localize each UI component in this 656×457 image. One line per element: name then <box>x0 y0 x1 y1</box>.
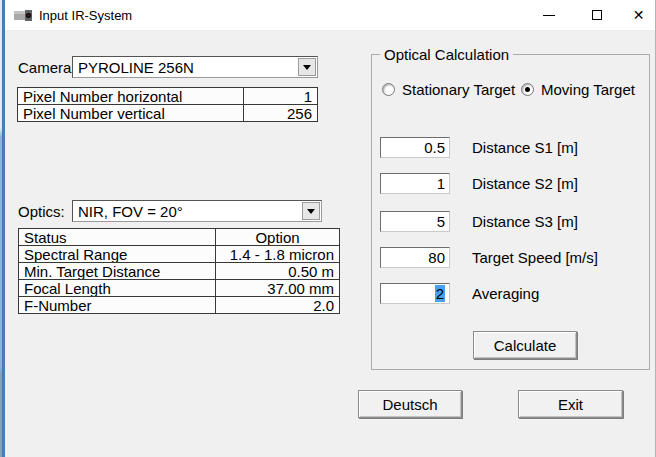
optics-label: Optics: <box>18 203 65 220</box>
table-cell-value: 256 <box>244 105 318 122</box>
averaging-input[interactable]: 2 <box>380 283 450 304</box>
camera-table: Pixel Number horizontal 1 Pixel Number v… <box>17 87 318 122</box>
table-cell-value: 37.00 mm <box>216 280 340 297</box>
table-row: Pixel Number horizontal 1 <box>18 88 318 105</box>
field-row-distance-s2: 1 Distance S2 [m] <box>380 173 650 194</box>
table-cell-value: 1 <box>244 88 318 105</box>
camera-dropdown-button[interactable] <box>298 58 316 76</box>
close-icon: ✕ <box>633 8 645 22</box>
table-header-row: Status Option <box>19 229 340 246</box>
table-row: Focal Length 37.00 mm <box>19 280 340 297</box>
distance-s3-input[interactable]: 5 <box>380 211 450 232</box>
table-cell-label: Pixel Number horizontal <box>18 88 244 105</box>
maximize-icon <box>592 10 602 20</box>
distance-s1-label: Distance S1 [m] <box>472 139 578 156</box>
table-row: F-Number 2.0 <box>19 297 340 314</box>
table-cell-label: F-Number <box>19 297 216 314</box>
camera-label: Camera: <box>18 59 76 76</box>
target-speed-label: Target Speed [m/s] <box>472 249 598 266</box>
table-cell-label: Spectral Range <box>19 246 216 263</box>
field-row-distance-s3: 5 Distance S3 [m] <box>380 211 650 232</box>
distance-s3-label: Distance S3 [m] <box>472 213 578 230</box>
field-row-averaging: 2 Averaging <box>380 283 650 304</box>
field-row-distance-s1: 0.5 Distance S1 [m] <box>380 137 650 158</box>
radio-label: Moving Target <box>541 81 635 98</box>
averaging-label: Averaging <box>472 285 539 302</box>
table-cell-value: 2.0 <box>216 297 340 314</box>
table-cell-value: 0.50 m <box>216 263 340 280</box>
camera-app-icon <box>14 8 33 23</box>
optics-combobox-value: NIR, FOV = 20° <box>78 203 183 220</box>
optics-combobox[interactable]: NIR, FOV = 20° <box>72 200 322 222</box>
optics-table: Status Option Spectral Range 1.4 - 1.8 m… <box>18 228 340 314</box>
radio-moving-target[interactable]: Moving Target <box>521 81 635 97</box>
table-row: Pixel Number vertical 256 <box>18 105 318 122</box>
radio-button-icon <box>382 83 395 96</box>
table-cell-value: 1.4 - 1.8 micron <box>216 246 340 263</box>
field-row-target-speed: 80 Target Speed [m/s] <box>380 247 650 268</box>
dialog-input-ir-system: Input IR-System ✕ Camera: PYROLINE 256N … <box>5 0 656 457</box>
table-row: Min. Target Distance 0.50 m <box>19 263 340 280</box>
distance-s1-input[interactable]: 0.5 <box>380 137 450 158</box>
exit-button[interactable]: Exit <box>518 390 623 418</box>
minimize-icon <box>543 15 555 16</box>
deutsch-button[interactable]: Deutsch <box>358 390 462 418</box>
distance-s2-input[interactable]: 1 <box>380 173 450 194</box>
radio-button-selected-icon <box>521 83 534 96</box>
chevron-down-icon <box>307 209 315 214</box>
table-header-status: Status <box>19 229 216 246</box>
distance-s2-label: Distance S2 [m] <box>472 175 578 192</box>
table-row: Spectral Range 1.4 - 1.8 micron <box>19 246 340 263</box>
maximize-button[interactable] <box>574 0 620 30</box>
calculate-button[interactable]: Calculate <box>473 331 577 359</box>
close-button[interactable]: ✕ <box>621 0 656 30</box>
table-cell-label: Pixel Number vertical <box>18 105 244 122</box>
radio-label: Stationary Target <box>402 81 515 98</box>
camera-combobox[interactable]: PYROLINE 256N <box>72 56 318 78</box>
minimize-button[interactable] <box>526 0 572 30</box>
table-cell-label: Min. Target Distance <box>19 263 216 280</box>
radio-stationary-target[interactable]: Stationary Target <box>382 81 515 97</box>
window-title: Input IR-System <box>39 8 132 23</box>
target-speed-input[interactable]: 80 <box>380 247 450 268</box>
table-header-option: Option <box>216 229 340 246</box>
selected-text: 2 <box>435 285 445 302</box>
titlebar: Input IR-System ✕ <box>5 0 655 31</box>
chevron-down-icon <box>303 65 311 70</box>
table-cell-label: Focal Length <box>19 280 216 297</box>
group-title: Optical Calculation <box>380 46 513 63</box>
optics-dropdown-button[interactable] <box>302 202 320 220</box>
camera-combobox-value: PYROLINE 256N <box>78 59 194 76</box>
